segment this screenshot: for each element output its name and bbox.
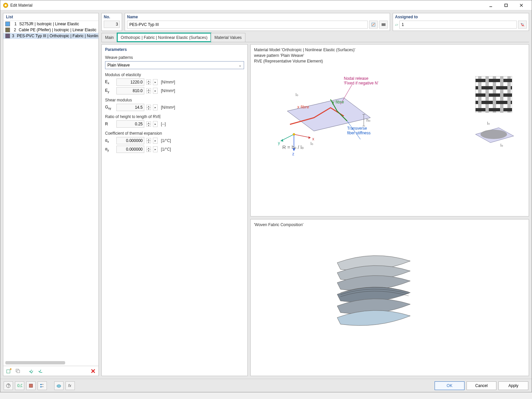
function-button[interactable]: fx [66, 381, 75, 390]
edit-name-button[interactable] [369, 21, 378, 29]
plain-weave-icon [475, 76, 512, 113]
assigned-input[interactable] [399, 21, 517, 29]
ex-menu-button[interactable]: ▸ [153, 79, 158, 85]
svg-point-25 [293, 133, 295, 135]
help-button[interactable]: ? [4, 381, 13, 390]
ey-input[interactable] [116, 87, 144, 94]
material-list[interactable]: 1 S275JR | Isotropic | Linear Elastic 2 … [3, 21, 98, 360]
gxy-input[interactable] [116, 104, 144, 111]
ax-symbol: αx [105, 138, 114, 143]
assigned-label: Assigned to [395, 15, 527, 19]
svg-rect-56 [485, 101, 489, 104]
svg-text:fx: fx [68, 383, 71, 388]
r-spinner[interactable]: ▴▾ [146, 121, 151, 127]
maximize-button[interactable] [498, 0, 514, 10]
svg-rect-53 [478, 93, 481, 97]
number-field-box: No. [101, 13, 122, 31]
units-button[interactable]: 0,00 [15, 381, 24, 390]
ex-symbol: Ex [105, 79, 114, 85]
close-button[interactable] [514, 0, 529, 10]
list-item[interactable]: 2 Cable PE (Pfeifer) | Isotropic | Linea… [3, 27, 98, 33]
copy-item-button[interactable] [14, 367, 22, 375]
list-item-num: 3 [12, 34, 14, 38]
svg-text:l₀: l₀ [487, 121, 490, 126]
ey-menu-button[interactable]: ▸ [153, 88, 158, 94]
fabric-composition-box: 'Woven Fabric Composition' [250, 219, 529, 376]
weave-combo[interactable]: Plain Weave ⌄ [105, 61, 244, 69]
r-unit: [--] [161, 122, 166, 126]
svg-point-73 [57, 385, 61, 387]
apply-button[interactable]: Apply [498, 381, 528, 390]
tab-bar: Main Orthotropic | Fabric | Nonlinear El… [101, 33, 529, 42]
ax-input[interactable] [116, 137, 144, 144]
ok-button[interactable]: OK [435, 381, 465, 390]
ay-spinner[interactable]: ▴▾ [146, 147, 151, 152]
check-button-1[interactable] [27, 367, 35, 375]
list-item[interactable]: 1 S275JR | Isotropic | Linear Elastic [3, 21, 98, 27]
cancel-button[interactable]: Cancel [466, 381, 496, 390]
color-button[interactable] [26, 381, 36, 390]
svg-rect-15 [383, 23, 384, 26]
svg-text:l₀: l₀ [311, 141, 313, 146]
svg-rect-58 [478, 108, 481, 111]
ax-unit: [1/°C] [161, 138, 171, 143]
list-item-label: Cable PE (Pfeifer) | Isotropic | Linear … [19, 28, 96, 32]
gxy-symbol: Gxy [105, 105, 114, 110]
assigned-field-box: Assigned to ▱ [393, 13, 529, 31]
library-button[interactable] [379, 21, 388, 29]
svg-marker-22 [281, 139, 283, 142]
new-item-button[interactable]: ✷ [5, 367, 13, 375]
svg-point-1 [5, 4, 7, 6]
r-menu-button[interactable]: ▸ [153, 121, 158, 127]
name-input[interactable] [127, 21, 368, 29]
ax-spinner[interactable]: ▴▾ [146, 138, 151, 143]
svg-rect-57 [500, 101, 503, 104]
tree-button[interactable] [38, 381, 47, 390]
pick-surface-button[interactable] [518, 21, 527, 29]
r-symbol: R [105, 122, 114, 126]
svg-rect-68 [29, 384, 33, 387]
svg-text:x: x [312, 137, 314, 141]
color-swatch [5, 28, 10, 32]
svg-rect-49 [485, 86, 489, 89]
check-button-2[interactable] [37, 367, 45, 375]
ay-input[interactable] [116, 146, 144, 153]
number-input[interactable] [104, 21, 120, 28]
gxy-spinner[interactable]: ▴▾ [146, 105, 151, 110]
dialog-footer: ? 0,00 fx OK Cancel Apply [0, 379, 532, 392]
tab-material-values[interactable]: Material Values [211, 33, 245, 42]
list-toolbar: ✷ [3, 366, 98, 376]
svg-rect-52 [507, 79, 511, 82]
formula-label: R = h₀ / l₀ [282, 144, 304, 150]
minimize-button[interactable] [483, 0, 498, 10]
ex-spinner[interactable]: ▴▾ [146, 79, 151, 85]
shear-label: Shear modulus [105, 98, 244, 102]
ey-spinner[interactable]: ▴▾ [146, 88, 151, 93]
tab-main[interactable]: Main [101, 33, 117, 42]
gxy-menu-button[interactable]: ▸ [153, 104, 158, 110]
diagram1-line1: Material Model 'Orthotropic | Nonlinear … [254, 47, 525, 53]
ay-menu-button[interactable]: ▸ [153, 146, 158, 152]
horizontal-scrollbar[interactable] [5, 361, 65, 364]
delete-button[interactable] [89, 367, 97, 375]
svg-rect-14 [382, 23, 383, 26]
list-item[interactable]: 3 PES-PVC Typ III | Orthotropic | Fabric… [3, 33, 98, 39]
svg-line-19 [294, 134, 311, 138]
rve-small-icon: l₀ l₀ [469, 119, 519, 149]
modulus-label: Modulus of elasticity [105, 72, 244, 77]
ax-menu-button[interactable]: ▸ [153, 138, 158, 144]
svg-text:?: ? [7, 383, 10, 388]
cloud-button[interactable] [54, 381, 64, 390]
weave-value: Plain Weave [107, 63, 130, 67]
ay-unit: [1/°C] [161, 147, 171, 152]
material-list-panel: List 1 S275JR | Isotropic | Linear Elast… [3, 13, 99, 376]
diagram2-title: 'Woven Fabric Composition' [254, 222, 525, 228]
diagram1-line2: weave pattern 'Plain Weave' [254, 53, 525, 59]
svg-text:✷: ✷ [9, 368, 11, 371]
list-header: List [3, 13, 98, 21]
tab-orthotropic[interactable]: Orthotropic | Fabric | Nonlinear Elastic… [117, 33, 211, 42]
name-label: Name [127, 15, 388, 19]
svg-point-62 [480, 130, 507, 139]
r-input[interactable] [116, 120, 144, 128]
ex-input[interactable] [116, 78, 144, 86]
